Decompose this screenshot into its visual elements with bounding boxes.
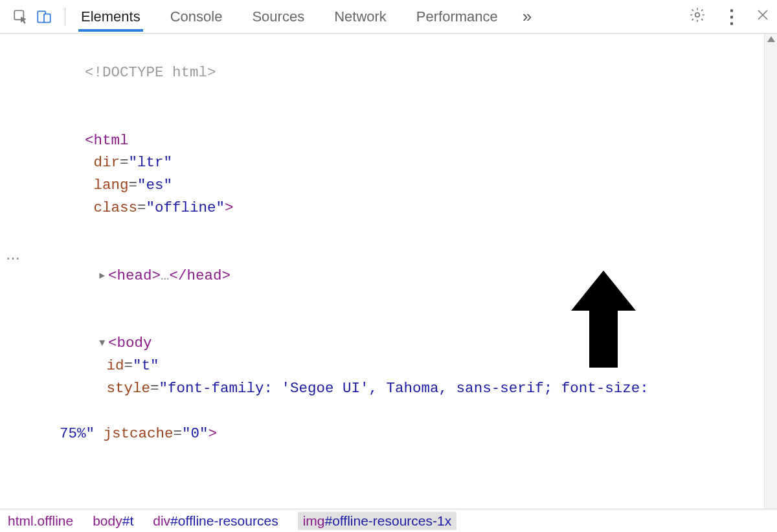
elements-breadcrumb: html.offline body#t div#offline-resource… [0,509,777,532]
breadcrumb-offline-resources[interactable]: div#offline-resources [153,513,278,529]
tab-elements[interactable]: Elements [78,2,143,32]
devtools-tabs: Elements Console Sources Network Perform… [78,2,501,32]
inspect-element-icon[interactable] [9,5,32,28]
breadcrumb-html[interactable]: html.offline [8,513,73,529]
device-toolbar-icon[interactable] [32,5,56,28]
svg-marker-4 [571,271,636,368]
more-tabs-icon[interactable]: » [523,6,532,27]
svg-rect-2 [44,14,51,22]
vertical-scrollbar[interactable] [764,34,777,509]
close-icon[interactable] [755,7,771,27]
gear-icon[interactable] [689,6,706,27]
dom-main-frame-error[interactable]: ▸<div id="main-frame-error" class="inter… [27,491,764,509]
elements-panel: ⋯ <!DOCTYPE html> <html dir="ltr" lang="… [0,34,777,509]
dom-body-open[interactable]: ▾<body id="t" style="font-family: 'Segoe… [27,310,764,491]
dom-head[interactable]: ▸<head>…</head> [27,242,764,310]
breadcrumb-body[interactable]: body#t [93,513,133,529]
dom-doctype[interactable]: <!DOCTYPE html> [27,39,764,107]
tab-network[interactable]: Network [332,2,389,32]
collapse-toggle-icon[interactable]: ▾ [98,332,108,355]
svg-point-3 [695,12,700,17]
toolbar-separator [65,8,65,26]
tab-performance[interactable]: Performance [414,2,501,32]
gutter-ellipsis-icon: ⋯ [6,250,20,266]
kebab-menu-icon[interactable]: ⋮ [723,6,738,27]
dom-html-open[interactable]: <html dir="ltr" lang="es" class="offline… [27,107,764,242]
devtools-toolbar: Elements Console Sources Network Perform… [0,0,777,34]
scrollbar-arrow-up-icon[interactable] [767,36,775,42]
dom-tree[interactable]: <!DOCTYPE html> <html dir="ltr" lang="es… [26,34,764,509]
toolbar-right: ⋮ [689,6,771,27]
tab-sources[interactable]: Sources [249,2,307,32]
annotation-arrow-icon [571,271,636,368]
tab-console[interactable]: Console [168,2,225,32]
breadcrumb-img-1x[interactable]: img#offline-resources-1x [298,512,457,530]
expand-toggle-icon[interactable]: ▸ [98,265,108,287]
tree-gutter: ⋯ [0,34,26,509]
